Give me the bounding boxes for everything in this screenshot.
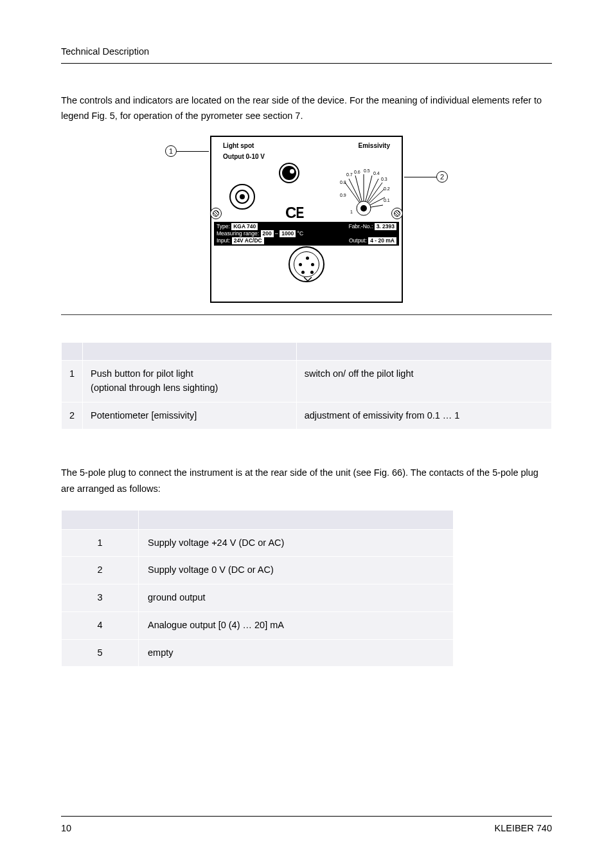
pin-1-num: 1 — [62, 529, 139, 557]
table-row: 3 ground output — [62, 584, 454, 612]
output-potentiometer-icon — [229, 184, 255, 210]
type-value: KGA 740 — [231, 223, 258, 230]
figure-separator — [61, 314, 552, 315]
pin-3-num: 3 — [62, 584, 139, 612]
emissivity-dial: 0.6 0.5 0.4 0.3 0.7 0.2 0.8 0.1 0.9 1 — [341, 173, 386, 218]
tick-01: 0.1 — [384, 197, 390, 204]
legend-row2-name-l1: Potentiometer [emissivity] — [91, 409, 289, 423]
legend-row2-name: Potentiometer [emissivity] — [83, 402, 297, 429]
legend-row1-idx: 1 — [62, 361, 83, 402]
plug-key-svg — [290, 248, 326, 284]
legend-row2-idx: 2 — [62, 402, 83, 429]
footer-doc-name: KLEIBER 740 — [495, 822, 552, 836]
output-value: 4 - 20 mA — [368, 237, 396, 244]
screw-right-icon — [391, 208, 403, 219]
pin-3-assign: ground output — [139, 584, 454, 612]
ce-mark: CE — [285, 201, 304, 224]
input-label: Input: — [217, 237, 230, 244]
legend-row1-func: switch on/ off the pilot light — [296, 361, 551, 402]
screw-left-icon — [210, 208, 222, 219]
legend-row1-name: Push button for pilot light (optional th… — [83, 361, 297, 402]
pin-5-assign: empty — [139, 639, 454, 667]
type-plate: Type: KGA 740 Fabr.-No.: 3. 2393 Measuri… — [214, 222, 399, 246]
range-unit: °C — [298, 230, 304, 237]
table-row: 4 Analogue output [0 (4) … 20] mA — [62, 611, 454, 639]
fabr-value: 3. 2393 — [375, 223, 396, 230]
plug-intro-paragraph: The 5-pole plug to connect the instrumen… — [61, 465, 552, 496]
svg-point-11 — [360, 205, 367, 212]
pin-4-assign: Analogue output [0 (4) … 20] mA — [139, 611, 454, 639]
page-footer: 10 KLEIBER 740 — [61, 816, 552, 836]
table-row: 2 Potentiometer [emissivity] adjustment … — [62, 402, 552, 429]
leader-line-right — [404, 177, 436, 177]
table-row: 1 Supply voltage +24 V (DC or AC) — [62, 529, 454, 557]
range-dash: – — [275, 230, 278, 237]
page-header: Technical Description — [61, 45, 552, 64]
pin-1-assign: Supply voltage +24 V (DC or AC) — [139, 529, 454, 557]
table-row: 5 empty — [62, 639, 454, 667]
figure-container: 1 2 Light spot Emissivity Output 0-10 V — [61, 136, 552, 303]
legend-row2-func: adjustment of emissivity from 0.1 … 1 — [296, 402, 551, 429]
callout-1: 1 — [165, 145, 209, 157]
pin-2-num: 2 — [62, 557, 139, 584]
type-label: Type: — [217, 223, 230, 230]
legend-head-func — [296, 343, 551, 361]
tick-08: 0.8 — [340, 179, 346, 186]
label-emissivity: Emissivity — [359, 141, 390, 150]
tick-06: 0.6 — [354, 169, 360, 176]
light-spot-knob — [279, 163, 299, 183]
output-label: Output: — [349, 237, 367, 244]
fabr-label: Fabr.-No.: — [348, 223, 373, 230]
tick-1: 1 — [350, 209, 353, 216]
table-row: 1 Push button for pilot light (optional … — [62, 361, 552, 402]
pin-4-num: 4 — [62, 611, 139, 639]
callout-2-number: 2 — [436, 171, 448, 183]
tick-04: 0.4 — [373, 170, 380, 177]
tick-02: 0.2 — [384, 186, 390, 193]
device-rear-figure: Light spot Emissivity Output 0-10 V — [210, 136, 403, 303]
legend-table: 1 Push button for pilot light (optional … — [61, 342, 552, 429]
leader-line-left — [177, 151, 209, 152]
tick-09: 0.9 — [340, 192, 346, 199]
footer-page-number: 10 — [61, 822, 71, 836]
connector-plug-icon — [289, 246, 324, 282]
pin-head-assign — [139, 510, 454, 529]
pin-head-pin — [62, 510, 139, 529]
pin-2-assign: Supply voltage 0 V (DC or AC) — [139, 557, 454, 584]
table-row: 2 Supply voltage 0 V (DC or AC) — [62, 557, 454, 584]
label-output-0-10v: Output 0-10 V — [223, 153, 265, 160]
range-label: Measuring range: — [217, 230, 259, 237]
tick-03: 0.3 — [381, 176, 387, 183]
legend-head-name — [83, 343, 297, 361]
callout-1-number: 1 — [165, 145, 177, 157]
legend-head-idx — [62, 343, 83, 361]
pin-5-num: 5 — [62, 639, 139, 667]
legend-row1-name-l1: Push button for pilot light — [91, 367, 289, 381]
range-lo: 200 — [261, 230, 274, 237]
intro-paragraph: The controls and indicators are located … — [61, 93, 552, 124]
label-light-spot: Light spot — [223, 141, 254, 150]
page-header-title: Technical Description — [61, 46, 149, 57]
pin-table: 1 Supply voltage +24 V (DC or AC) 2 Supp… — [61, 510, 454, 667]
input-value: 24V AC/DC — [232, 237, 264, 244]
legend-row1-name-l2: (optional through lens sighting) — [91, 381, 289, 395]
tick-05: 0.5 — [364, 168, 370, 175]
dial-fan-svg — [341, 173, 386, 218]
dial-area: 0.6 0.5 0.4 0.3 0.7 0.2 0.8 0.1 0.9 1 CE — [211, 163, 402, 221]
range-hi: 1000 — [280, 230, 296, 237]
tick-07: 0.7 — [346, 172, 353, 179]
callout-2: 2 — [404, 171, 448, 183]
